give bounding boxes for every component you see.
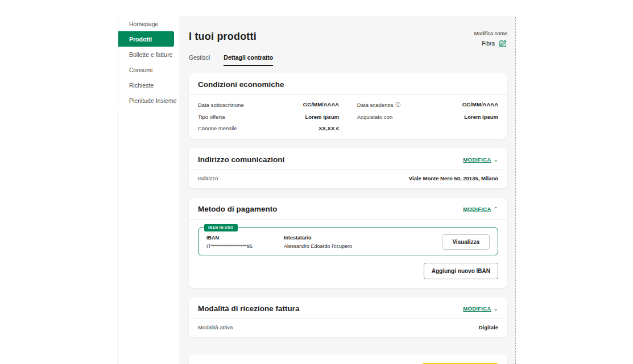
indirizzo-header: Indirizzo comunicazioni MODIFICA ⌄	[189, 148, 507, 169]
field-label: Tipo offerta	[198, 114, 225, 120]
aggiungi-nuovo-iban-button[interactable]: Aggiungi nuovo IBAN	[424, 263, 498, 279]
iban-in-use-box: IBAN IN USO IBAN IT******************95 …	[198, 228, 498, 255]
sidebar-item-plenitude-insieme[interactable]: Plenitude Insieme	[118, 93, 174, 108]
field-label-text: Data scadenza	[357, 102, 393, 108]
condizioni-header: Condizioni economiche	[189, 73, 507, 94]
field-label: Data scadenza ⓘ	[357, 101, 400, 109]
field-label: Indirizzo	[198, 175, 218, 181]
right-dashed-guide	[515, 17, 516, 364]
field-value: Digitale	[479, 324, 498, 330]
chevron-down-icon: ⌄	[494, 306, 498, 312]
modifica-label: MODIFICA	[463, 206, 491, 212]
field-label: Acquistato con	[357, 114, 392, 120]
holder-label: Intestatario	[284, 235, 352, 241]
sidebar-nav: Homepage Prodotti Bollette e fatture Con…	[118, 16, 174, 108]
visualizza-button[interactable]: Visualizza	[442, 234, 490, 250]
rename-label: Modifica nome	[474, 31, 507, 36]
product-name-line: Fibra	[474, 39, 507, 48]
iban-column: IBAN IT******************95	[206, 235, 284, 249]
field-label: Modalità attiva	[198, 324, 233, 330]
indirizzo-title: Indirizzo comunicazioni	[198, 155, 284, 164]
info-icon[interactable]: ⓘ	[395, 101, 400, 109]
page-title: I tuoi prodotti	[189, 31, 256, 43]
condizioni-title: Condizioni economiche	[198, 80, 284, 89]
tab-gestisci[interactable]: Gestisci	[189, 54, 210, 66]
sidebar-item-richieste[interactable]: Richieste	[118, 77, 174, 93]
product-name: Fibra	[482, 40, 495, 47]
modifica-pagamento-link[interactable]: MODIFICA ⌃	[463, 206, 498, 212]
holder-column: Intestatario Alessandro Edoardo Ricupero	[284, 235, 352, 249]
modifica-indirizzo-link[interactable]: MODIFICA ⌄	[463, 156, 498, 163]
product-rename-block: Modifica nome Fibra	[474, 31, 507, 48]
modifica-fattura-link[interactable]: MODIFICA ⌄	[463, 305, 498, 312]
indirizzo-row: Indirizzo Viale Monte Nero 50, 20135, Mi…	[189, 170, 507, 188]
field-value: Lorem Ipsum	[464, 114, 498, 120]
field-data-scadenza: Data scadenza ⓘ GG/MM/AAAA	[357, 101, 498, 109]
modifica-label: MODIFICA	[463, 156, 491, 163]
field-canone-mensile: Canone mensile XX,XX €	[198, 125, 339, 131]
iban-in-uso-badge: IBAN IN USO	[204, 224, 238, 231]
field-label: Data sottoscrizione	[198, 101, 244, 109]
field-label: Canone mensile	[198, 125, 237, 131]
card-condizioni-economiche: Condizioni economiche Data sottoscrizion…	[189, 73, 507, 139]
condizioni-body: Data sottoscrizione GG/MM/AAAA Data scad…	[189, 95, 507, 139]
left-dashed-guide	[118, 113, 118, 364]
sidebar-item-prodotti[interactable]: Prodotti	[118, 31, 174, 47]
fattura-header: Modalità di ricezione fattura MODIFICA ⌄	[189, 297, 507, 318]
condizioni-row: Tipo offerta Lorem Ipsum Acquistato con …	[198, 114, 498, 120]
field-value: GG/MM/AAAA	[462, 101, 498, 109]
condizioni-row: Canone mensile XX,XX €	[198, 125, 498, 131]
field-acquistato-con: Acquistato con Lorem Ipsum	[357, 114, 498, 120]
divider	[189, 219, 507, 220]
field-value: Viale Monte Nero 50, 20135, Milano	[409, 175, 498, 181]
main-content: I tuoi prodotti Modifica nome Fibra Gest…	[179, 16, 515, 364]
card-il-tuo-contratto: Il tuo contratto Scarica sul tuo disposi…	[189, 354, 507, 364]
sidebar-item-homepage[interactable]: Homepage	[118, 16, 174, 31]
iban-label: IBAN	[206, 235, 284, 241]
fattura-row: Modalità attiva Digitale	[189, 319, 507, 337]
card-modalita-ricezione-fattura: Modalità di ricezione fattura MODIFICA ⌄…	[189, 297, 507, 337]
tab-dettagli-contratto[interactable]: Dettagli contratto	[224, 54, 273, 66]
card-metodo-di-pagamento: Metodo di pagamento MODIFICA ⌃ IBAN IN U…	[189, 198, 507, 288]
fattura-title: Modalità di ricezione fattura	[198, 304, 300, 313]
field-data-sottoscrizione: Data sottoscrizione GG/MM/AAAA	[198, 101, 339, 109]
field-tipo-offerta: Tipo offerta Lorem Ipsum	[198, 114, 339, 120]
tab-bar: Gestisci Dettagli contratto	[189, 54, 507, 66]
chevron-down-icon: ⌄	[494, 157, 498, 163]
field-value: XX,XX €	[318, 125, 339, 131]
cards-container: Condizioni economiche Data sottoscrizion…	[189, 73, 507, 364]
contratto-header: Il tuo contratto Scarica sul tuo disposi…	[189, 354, 507, 364]
field-value: GG/MM/AAAA	[303, 101, 339, 109]
pagamento-header: Metodo di pagamento MODIFICA ⌃	[189, 198, 507, 219]
holder-value: Alessandro Edoardo Ricupero	[284, 243, 352, 249]
edit-pencil-icon[interactable]	[499, 39, 507, 48]
field-value: Lorem Ipsum	[305, 114, 340, 120]
modifica-label: MODIFICA	[463, 305, 491, 312]
condizioni-row: Data sottoscrizione GG/MM/AAAA Data scad…	[198, 101, 498, 109]
add-iban-row: Aggiungi nuovo IBAN	[189, 255, 507, 288]
page-header: I tuoi prodotti Modifica nome Fibra	[189, 31, 507, 48]
card-indirizzo-comunicazioni: Indirizzo comunicazioni MODIFICA ⌄ Indir…	[189, 148, 507, 188]
iban-value: IT******************95	[206, 243, 284, 249]
sidebar-item-bollette-e-fatture[interactable]: Bollette e fatture	[118, 47, 174, 62]
chevron-up-icon: ⌃	[494, 206, 498, 212]
pagamento-title: Metodo di pagamento	[198, 205, 278, 213]
sidebar-item-consumi[interactable]: Consumi	[118, 62, 174, 77]
